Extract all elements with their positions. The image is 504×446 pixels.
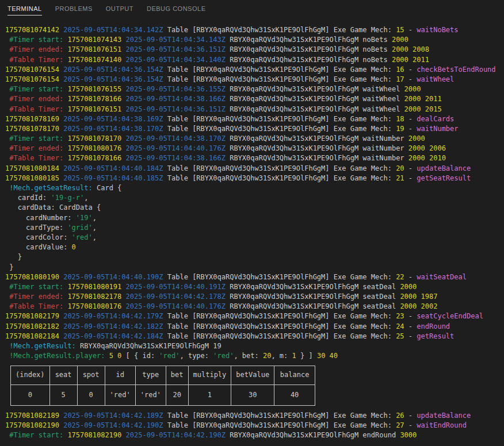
log-segment: 2000	[400, 283, 417, 291]
log-segment: Table [RBYX0qaRQVd3Qhw31SxK1PE9OlFhGgM] …	[167, 75, 396, 83]
log-segment: 2025-09-05T14:04:38.169Z	[63, 115, 167, 123]
terminal-line: #Table Timer: 1757081076151 2025-09-05T1…	[5, 105, 504, 114]
log-segment: #Timer ended:	[5, 144, 67, 152]
log-segment: 1757081076151	[67, 105, 125, 113]
tab-terminal[interactable]: TERMINAL	[7, 5, 42, 16]
terminal-line: 1757081082190 2025-09-05T14:04:42.190Z T…	[5, 421, 504, 430]
log-segment: #Table Timer:	[5, 56, 67, 64]
log-segment: 2025-09-05T14:04:36.151Z	[126, 45, 230, 53]
log-segment: 1757081080185	[5, 174, 63, 182]
log-segment: 2025-09-05T14:04:40.176Z	[126, 302, 230, 310]
log-segment: #Timer start:	[5, 134, 67, 143]
log-segment: 1757081082179	[5, 312, 63, 320]
log-segment: 2025-09-05T14:04:42.182Z	[63, 322, 167, 330]
log-segment: 2025-09-05T14:04:42.184Z	[63, 332, 167, 340]
terminal-line: !Mech.getResult.player: 5 0 [ { id: 'red…	[5, 351, 504, 361]
terminal-line: 1757081074142 2025-09-05T14:04:34.142Z T…	[5, 25, 504, 35]
log-segment: -	[404, 412, 417, 420]
terminal-line: #Timer start: 1757081080191 2025-09-05T1…	[5, 282, 504, 292]
log-segment: ,	[84, 194, 88, 202]
terminal-line: #Timer start: 1757081078170 2025-09-05T1…	[5, 134, 504, 144]
log-segment: , type:	[180, 352, 213, 360]
log-segment: 1757081082190	[5, 421, 63, 429]
log-segment: 1757081078166	[67, 95, 125, 103]
tab-problems[interactable]: PROBLEMS	[55, 5, 93, 16]
log-segment: RBYX0qaRQVd3Qhw31SxK1PE9OlFhGgM waitWhee…	[230, 85, 404, 93]
console-table-header: multiply	[188, 366, 231, 385]
console-table-cell: 0	[11, 385, 50, 405]
log-segment: 16	[396, 66, 404, 74]
log-segment: 1757081076151	[67, 45, 125, 53]
log-segment: 1757081078166	[67, 154, 125, 162]
log-segment: -	[404, 164, 417, 172]
log-segment: cardType:	[5, 224, 67, 232]
console-table-header: type	[135, 366, 166, 385]
log-segment: 'grid'	[67, 224, 92, 232]
log-segment: #Timer ended:	[5, 45, 67, 53]
log-segment: Table [RBYX0qaRQVd3Qhw31SxK1PE9OlFhGgM] …	[167, 125, 396, 133]
log-segment: 1757081076155	[67, 85, 125, 93]
log-segment: 2025-09-05T14:04:40.191Z	[126, 283, 230, 291]
log-segment: ,	[93, 224, 97, 232]
log-segment: 2025-09-05T14:04:42.179Z	[63, 312, 167, 320]
log-segment: -	[404, 75, 417, 83]
log-segment: 1757081080184	[5, 164, 63, 172]
terminal-line: 1757081078169 2025-09-05T14:04:38.169Z T…	[5, 114, 504, 124]
tab-output[interactable]: OUTPUT	[106, 5, 133, 16]
console-table-cell: 0	[77, 385, 105, 405]
log-segment: 27	[396, 421, 404, 429]
log-segment: 2025-09-05T14:04:42.178Z	[126, 293, 230, 301]
log-segment: 2000	[408, 134, 425, 143]
log-segment: !Mech.getSeatResult:	[5, 184, 97, 192]
log-segment: 2025-09-05T14:04:38.170Z	[126, 134, 230, 143]
log-segment: Table [RBYX0qaRQVd3Qhw31SxK1PE9OlFhGgM] …	[167, 412, 396, 420]
log-segment: } ]	[296, 352, 317, 360]
terminal-line: !Mech.getSeatResult: Card {	[5, 183, 504, 193]
log-segment: Card {	[97, 184, 121, 192]
log-segment: }	[5, 263, 13, 271]
log-segment: 20	[396, 164, 404, 172]
log-segment: 2025-09-05T14:04:34.143Z	[126, 36, 230, 44]
log-segment: getSeatResult	[417, 174, 471, 182]
log-segment: RBYX0qaRQVd3Qhw31SxK1PE9OlFhGgM noBets	[230, 36, 392, 44]
terminal-lines-before-table: 1757081074142 2025-09-05T14:04:34.142Z T…	[5, 25, 504, 361]
terminal-line: #Timer ended: 1757081076151 2025-09-05T1…	[5, 45, 504, 55]
log-segment: -	[404, 125, 417, 133]
log-segment: 26	[396, 412, 404, 420]
log-segment: [ { id:	[121, 352, 159, 360]
log-segment: !Mech.getResult:	[5, 342, 80, 350]
log-segment: Table [RBYX0qaRQVd3Qhw31SxK1PE9OlFhGgM] …	[167, 312, 396, 320]
log-segment: '19-g-r'	[51, 194, 84, 202]
log-segment: ,	[93, 233, 97, 241]
log-segment: 2025-09-05T14:04:40.184Z	[63, 164, 167, 172]
tab-debug-console[interactable]: DEBUG CONSOLE	[147, 5, 205, 16]
log-segment: Table [RBYX0qaRQVd3Qhw31SxK1PE9OlFhGgM] …	[167, 66, 396, 74]
log-segment: updateBalance	[417, 164, 471, 172]
log-segment: RBYX0qaRQVd3Qhw31SxK1PE9OlFhGgM seatDeal	[230, 283, 400, 291]
terminal-line: #Timer start: 1757081076155 2025-09-05T1…	[5, 84, 504, 94]
log-segment: 1757081080176	[67, 144, 125, 152]
log-segment: 5 0	[109, 352, 122, 360]
terminal-line: cardId: '19-g-r',	[5, 193, 504, 203]
console-table-header: (index)	[11, 366, 50, 385]
log-segment: 2000 2002	[400, 302, 437, 310]
log-segment: RBYX0qaRQVd3Qhw31SxK1PE9OlFhGgM seatDeal	[230, 302, 400, 310]
log-segment: dealCards	[417, 115, 454, 123]
log-segment: 2000	[404, 85, 421, 93]
terminal-line: }	[5, 263, 504, 272]
panel-tab-bar: TERMINALPROBLEMSOUTPUTDEBUG CONSOLE	[0, 0, 504, 21]
terminal-line: !Mech.getResult: RBYX0qaRQVd3Qhw31SxK1PE…	[5, 341, 504, 351]
log-segment: waitNoBets	[417, 26, 458, 34]
terminal-line: #Table Timer: 1757081074140 2025-09-05T1…	[5, 55, 504, 65]
terminal-line: cardColor: 'red',	[5, 233, 504, 243]
log-segment: 24	[396, 322, 404, 330]
console-table-header: balance	[274, 366, 315, 385]
terminal-line: 1757081080184 2025-09-05T14:04:40.184Z T…	[5, 164, 504, 174]
log-segment: #Table Timer:	[5, 302, 67, 310]
log-segment: #Table Timer:	[5, 105, 67, 113]
log-segment: , m:	[271, 352, 292, 360]
log-segment: cardId:	[5, 194, 51, 202]
log-segment: RBYX0qaRQVd3Qhw31SxK1PE9OlFhGgM waitNumb…	[230, 134, 408, 143]
console-table-header: seat	[49, 366, 77, 385]
log-segment: updateBalance	[417, 412, 471, 420]
